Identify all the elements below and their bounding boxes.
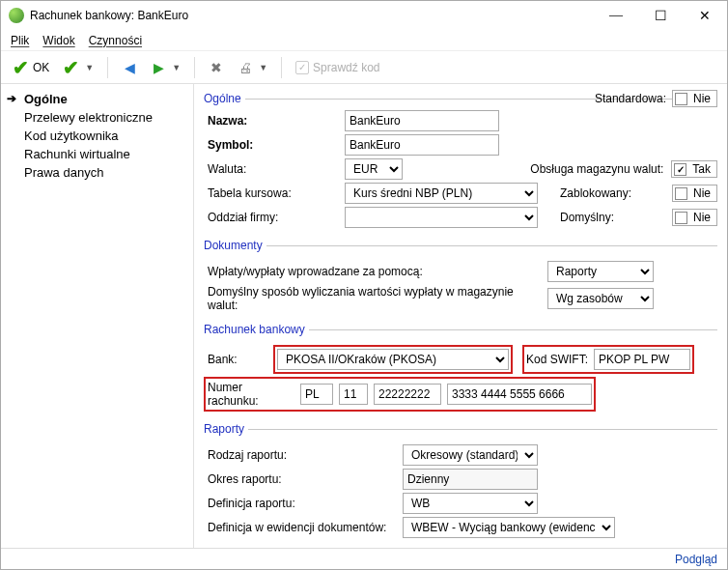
legend-dokumenty: Dokumenty <box>204 239 266 252</box>
definicja-label: Definicja raportu: <box>204 497 397 510</box>
standard-label: Standardowa: <box>589 92 666 105</box>
checkbox-icon <box>675 187 687 200</box>
ok-button[interactable]: ✔ OK <box>9 54 53 81</box>
swift-highlight-box: Kod SWIFT: <box>522 345 694 374</box>
sposob-select[interactable]: Wg zasobów <box>547 288 654 309</box>
iban-country-input[interactable] <box>300 384 333 405</box>
tabela-select[interactable]: Kurs średni NBP (PLN) <box>345 183 538 204</box>
check-code-button[interactable]: ✓ Sprawdź kod <box>295 61 379 74</box>
wplaty-select[interactable]: Raporty <box>547 261 654 282</box>
printer-icon: 🖨 <box>238 60 253 75</box>
waluta-select[interactable]: EUR <box>345 158 403 180</box>
preview-link[interactable]: Podgląd <box>675 553 717 566</box>
swift-label: Kod SWIFT: <box>526 353 588 366</box>
menu-file[interactable]: Plik <box>11 34 29 47</box>
window-title: Rachunek bankowy: BankEuro <box>30 9 594 22</box>
main-panel: Ogólne Standardowa: Nie Nazwa: Symbol: <box>194 84 727 548</box>
bank-label: Bank: <box>204 353 267 366</box>
toolbar: ✔ OK ✔ ▼ ◀ ▶ ▼ ✖ 🖨 ▼ ✓ Sprawdź kod <box>1 51 727 84</box>
nazwa-label: Nazwa: <box>204 114 339 128</box>
nazwa-input[interactable] <box>345 110 499 131</box>
sidebar: Ogólne Przelewy elektroniczne Kod użytko… <box>1 84 194 548</box>
legend-ogolne: Ogólne <box>204 92 245 105</box>
sidebar-item-przelewy[interactable]: Przelewy elektroniczne <box>1 108 193 127</box>
defew-label: Definicja w ewidencji dokumentów: <box>204 521 397 534</box>
menu-view[interactable]: Widok <box>42 34 74 47</box>
menu-actions[interactable]: Czynności <box>89 34 142 47</box>
checkbox-icon <box>674 163 686 176</box>
toolbar-separator <box>281 57 282 78</box>
close-button[interactable]: ✕ <box>683 1 727 30</box>
rodzaj-label: Rodzaj raportu: <box>204 448 397 462</box>
chevron-down-icon: ▼ <box>259 63 267 72</box>
minimize-button[interactable]: — <box>594 1 638 30</box>
chevron-down-icon: ▼ <box>172 63 181 72</box>
bank-highlight-box: PKOSA II/OKraków (PKOSA) <box>273 345 513 374</box>
okres-input[interactable] <box>403 469 538 490</box>
sidebar-item-rachunki[interactable]: Rachunki wirtualne <box>1 145 193 163</box>
account-number-highlight-box: Numer rachunku: <box>204 377 596 412</box>
domyslny-label: Domyślny: <box>560 211 666 224</box>
sidebar-item-ogolne[interactable]: Ogólne <box>1 90 193 108</box>
gear-icon: ✖ <box>209 60 224 75</box>
app-icon <box>9 8 24 23</box>
content-area: Ogólne Przelewy elektroniczne Kod użytko… <box>1 84 727 548</box>
bank-select[interactable]: PKOSA II/OKraków (PKOSA) <box>277 349 509 370</box>
waluta-label: Waluta: <box>204 162 339 176</box>
nav-forward-button[interactable]: ▶ ▼ <box>147 58 184 77</box>
legend-raporty: Raporty <box>204 422 248 436</box>
confirm-dropdown-button[interactable]: ✔ ▼ <box>59 54 98 81</box>
check-icon: ✓ <box>295 61 309 74</box>
zablokowany-checkbox[interactable]: Nie <box>672 185 717 202</box>
toolbar-separator <box>107 57 108 78</box>
forward-arrow-icon: ▶ <box>151 60 166 75</box>
settings-button[interactable]: ✖ <box>205 58 228 77</box>
nav-back-button[interactable]: ◀ <box>118 58 141 77</box>
sposob-label: Domyślny sposób wyliczania wartości wypł… <box>204 285 542 312</box>
checkbox-icon <box>675 212 687 224</box>
symbol-input[interactable] <box>345 134 499 156</box>
section-dokumenty: Dokumenty Wpłaty/wypłaty wprowadzane za … <box>204 239 717 319</box>
magazyn-checkbox[interactable]: Tak <box>671 160 717 178</box>
oddzial-label: Oddział firmy: <box>204 211 339 224</box>
zablokowany-label: Zablokowany: <box>560 186 666 200</box>
iban-bank-input[interactable] <box>374 384 441 405</box>
tabela-label: Tabela kursowa: <box>204 186 339 200</box>
swift-input[interactable] <box>594 349 690 370</box>
toolbar-separator <box>194 57 195 78</box>
wplaty-label: Wpłaty/wypłaty wprowadzane za pomocą: <box>204 265 542 278</box>
symbol-label: Symbol: <box>204 138 339 152</box>
iban-account-input[interactable] <box>447 384 592 405</box>
domyslny-checkbox[interactable]: Nie <box>672 209 717 226</box>
definicja-select[interactable]: WB <box>403 493 538 514</box>
numer-label: Numer rachunku: <box>208 381 294 408</box>
back-arrow-icon: ◀ <box>122 60 137 75</box>
section-raporty: Raporty Rodzaj raportu: Okresowy (standa… <box>204 422 717 545</box>
defew-select[interactable]: WBEW - Wyciąg bankowy (ewidencja) <box>403 517 615 538</box>
menubar: Plik Widok Czynności <box>1 30 727 51</box>
maximize-button[interactable]: ☐ <box>638 1 683 30</box>
chevron-down-icon: ▼ <box>85 63 94 72</box>
app-window: Rachunek bankowy: BankEuro — ☐ ✕ Plik Wi… <box>0 0 728 570</box>
section-ogolne: Ogólne Standardowa: Nie Nazwa: Symbol: <box>204 92 717 235</box>
sidebar-item-prawa[interactable]: Prawa danych <box>1 163 193 182</box>
sidebar-item-kod[interactable]: Kod użytkownika <box>1 127 193 145</box>
statusbar: Podgląd <box>1 548 727 569</box>
iban-check-input[interactable] <box>339 384 368 405</box>
oddzial-select[interactable] <box>345 207 538 228</box>
magazyn-label: Obsługa magazynu walut: <box>530 162 665 176</box>
section-rachunek: Rachunek bankowy Bank: PKOSA II/OKraków … <box>204 323 717 418</box>
ok-check-icon: ✔ <box>13 56 29 79</box>
ok-label: OK <box>33 61 49 74</box>
standard-checkbox[interactable]: Nie <box>672 90 717 107</box>
titlebar: Rachunek bankowy: BankEuro — ☐ ✕ <box>1 1 727 30</box>
legend-rachunek: Rachunek bankowy <box>204 323 309 336</box>
check-code-label: Sprawdź kod <box>313 61 379 74</box>
rodzaj-select[interactable]: Okresowy (standard) <box>403 444 538 466</box>
okres-label: Okres raportu: <box>204 472 397 486</box>
print-button[interactable]: 🖨 ▼ <box>234 58 271 77</box>
checkbox-icon <box>675 93 687 105</box>
ok-check-icon-2: ✔ <box>63 56 79 79</box>
